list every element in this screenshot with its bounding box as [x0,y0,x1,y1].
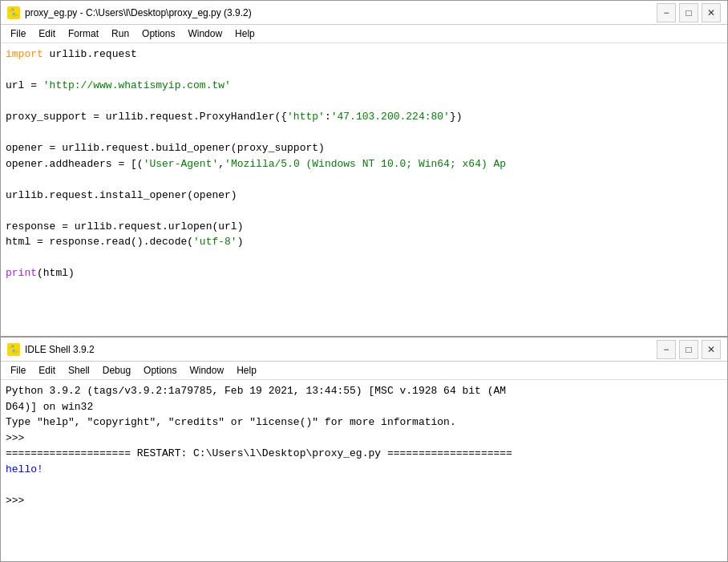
code-line-1: import urllib.request [6,46,722,63]
editor-menu-options[interactable]: Options [135,26,181,41]
shell-prompt-2: >>> [6,493,722,509]
code-line-14 [6,250,722,266]
editor-menu-edit[interactable]: Edit [32,26,62,41]
shell-title-bar: 🐍 IDLE Shell 3.9.2 − □ ✕ [1,338,727,362]
shell-menu-window[interactable]: Window [183,363,230,378]
editor-menu-run[interactable]: Run [105,26,135,41]
editor-menu-help[interactable]: Help [229,26,261,41]
editor-code-area[interactable]: import urllib.request url = 'http://www.… [1,43,727,336]
shell-maximize-button[interactable]: □ [679,340,698,359]
shell-prompt-1: >>> [6,431,722,447]
code-line-7: opener = urllib.request.build_opener(pro… [6,140,722,156]
editor-maximize-button[interactable]: □ [679,3,698,22]
editor-menu-window[interactable]: Window [181,26,229,41]
editor-title-left: 🐍 proxy_eg.py - C:\Users\l\Desktop\proxy… [7,6,252,19]
editor-title-controls: − □ ✕ [657,3,721,22]
shell-title-controls: − □ ✕ [657,340,721,359]
editor-close-button[interactable]: ✕ [702,3,721,22]
shell-line-3: Type "help", "copyright", "credits" or "… [6,414,722,431]
shell-menu-options[interactable]: Options [137,363,183,378]
shell-close-button[interactable]: ✕ [702,340,721,359]
shell-menu-help[interactable]: Help [230,363,263,378]
shell-title-left: 🐍 IDLE Shell 3.9.2 [7,343,95,356]
shell-output-area[interactable]: Python 3.9.2 (tags/v3.9.2:1a79785, Feb 1… [1,380,727,561]
shell-menu-edit[interactable]: Edit [32,363,62,378]
code-line-13: html = response.read().decode('utf-8') [6,234,722,250]
code-line-4 [6,94,722,110]
code-line-9 [6,172,722,188]
editor-title-bar: 🐍 proxy_eg.py - C:\Users\l\Desktop\proxy… [1,1,727,25]
editor-menu-bar: File Edit Format Run Options Window Help [1,25,727,43]
editor-window: 🐍 proxy_eg.py - C:\Users\l\Desktop\proxy… [0,0,728,337]
editor-title-text: proxy_eg.py - C:\Users\l\Desktop\proxy_e… [25,7,252,18]
code-line-5: proxy_support = urllib.request.ProxyHand… [6,109,722,125]
code-line-3: url = 'http://www.whatismyip.com.tw' [6,78,722,94]
editor-minimize-button[interactable]: − [657,3,676,22]
code-line-2 [6,63,722,79]
shell-minimize-button[interactable]: − [657,340,676,359]
code-line-15: print(html) [6,265,722,281]
shell-line-2: D64)] on win32 [6,399,722,415]
shell-title-text: IDLE Shell 3.9.2 [25,344,95,355]
shell-restart-line: ==================== RESTART: C:\Users\l… [6,446,722,462]
shell-menu-debug[interactable]: Debug [96,363,137,378]
shell-menu-bar: File Edit Shell Debug Options Window Hel… [1,362,727,380]
shell-hello-line: hello! [6,462,722,478]
code-line-12: response = urllib.request.urlopen(url) [6,219,722,235]
shell-blank-line [6,477,722,493]
code-line-11 [6,203,722,219]
editor-menu-format[interactable]: Format [62,26,105,41]
code-line-8: opener.addheaders = [('User-Agent','Mozi… [6,156,722,172]
code-line-6 [6,125,722,141]
shell-line-1: Python 3.9.2 (tags/v3.9.2:1a79785, Feb 1… [6,383,722,399]
editor-menu-file[interactable]: File [4,26,32,41]
shell-window: 🐍 IDLE Shell 3.9.2 − □ ✕ File Edit Shell… [0,337,728,562]
editor-icon: 🐍 [7,6,20,19]
code-line-10: urllib.request.install_opener(opener) [6,188,722,204]
shell-menu-shell[interactable]: Shell [62,363,96,378]
shell-icon: 🐍 [7,343,20,356]
shell-menu-file[interactable]: File [4,363,32,378]
